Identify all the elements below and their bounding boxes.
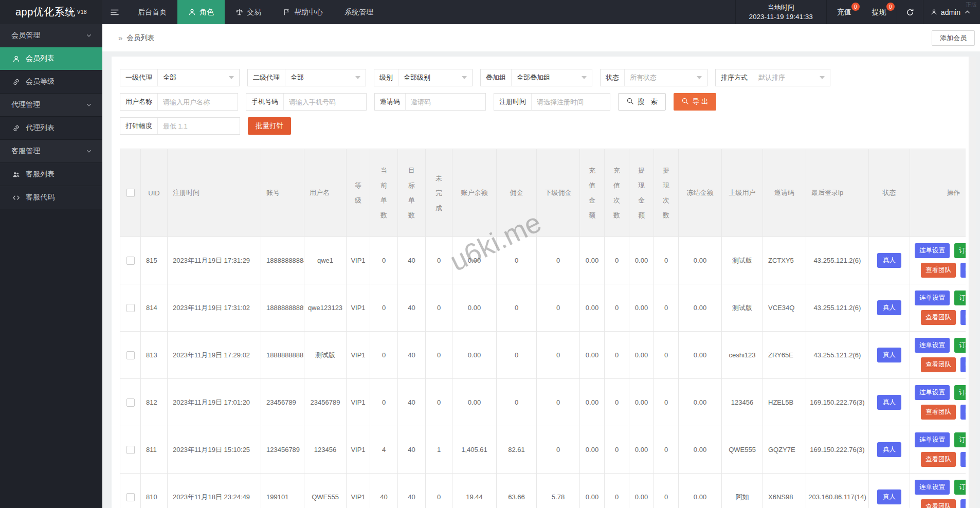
filter-select-value[interactable]: 全部 xyxy=(285,69,366,86)
sidebar-item-service-list[interactable]: 客服列表 xyxy=(0,163,102,186)
inject-range-input[interactable] xyxy=(158,118,240,134)
chain-order-settings-button[interactable]: 连单设置 xyxy=(915,385,950,400)
actions-cell: 连单设置订单记录查看团队账变记录 xyxy=(910,379,966,426)
nav-item-trade[interactable]: 交易 xyxy=(225,0,272,24)
row-checkbox[interactable] xyxy=(126,446,135,454)
status-badge[interactable]: 真人 xyxy=(877,442,901,457)
select-all-checkbox[interactable] xyxy=(126,189,135,197)
view-team-button[interactable]: 查看团队 xyxy=(921,357,956,372)
status-badge[interactable]: 真人 xyxy=(877,489,901,504)
filter-select-value[interactable]: 全部叠加组 xyxy=(512,69,592,86)
search-button[interactable]: 搜 索 xyxy=(618,93,666,111)
view-team-button[interactable]: 查看团队 xyxy=(921,263,956,278)
chain-order-settings-button[interactable]: 连单设置 xyxy=(915,291,950,305)
target_orders-cell: 40 xyxy=(398,379,426,426)
chain-order-settings-button[interactable]: 连单设置 xyxy=(915,243,950,258)
status-badge[interactable]: 真人 xyxy=(877,253,901,268)
row-select-cell xyxy=(120,474,141,508)
nav-item-label: 角色 xyxy=(199,8,214,17)
row-checkbox[interactable] xyxy=(126,304,135,312)
column-header: 账户余额 xyxy=(452,149,497,237)
member-row: 8132023年11月19日 17:29:0218888888881测试版VIP… xyxy=(120,332,966,379)
filter-select-value[interactable]: 全部 xyxy=(158,69,239,86)
sidebar-item-member-manage[interactable]: 会员管理 xyxy=(0,24,102,47)
batch-inject-button[interactable]: 批量打针 xyxy=(248,117,291,135)
nav-item-system[interactable]: 系统管理 xyxy=(334,0,384,24)
withdraw_count-cell: 0 xyxy=(654,332,679,379)
view-team-button[interactable]: 查看团队 xyxy=(921,310,956,325)
status-cell: 真人 xyxy=(869,474,910,508)
row-select-cell xyxy=(120,426,141,474)
sidebar-item-member-list[interactable]: 会员列表 xyxy=(0,47,102,70)
account-change-records-button[interactable]: 账变记录 xyxy=(960,310,966,325)
order-records-button[interactable]: 订单记录 xyxy=(954,291,966,305)
filter-select-value[interactable]: 默认排序 xyxy=(753,69,830,86)
recharge-button[interactable]: 充值 0 xyxy=(827,0,862,24)
filter-select-value[interactable]: 全部级别 xyxy=(398,69,472,86)
filter-select-level2-agent[interactable]: 二级代理全部 xyxy=(247,69,366,86)
filter-select-value[interactable]: 所有状态 xyxy=(625,69,707,86)
sidebar-item-agent-manage[interactable]: 代理管理 xyxy=(0,94,102,117)
filter-label: 手机号码 xyxy=(246,94,284,110)
chain-order-settings-button[interactable]: 连单设置 xyxy=(915,338,950,353)
filter-select-level[interactable]: 级别全部级别 xyxy=(374,69,473,86)
view-team-button[interactable]: 查看团队 xyxy=(921,405,956,420)
filter-select-status[interactable]: 状态所有状态 xyxy=(600,69,707,86)
add-member-button[interactable]: 添加会员 xyxy=(932,30,975,46)
order-records-button[interactable]: 订单记录 xyxy=(954,243,966,258)
nav-item-help[interactable]: 帮助中心 xyxy=(272,0,334,24)
sidebar-item-member-level[interactable]: 会员等级 xyxy=(0,70,102,94)
inject-range-label: 打针幅度 xyxy=(120,118,158,134)
view-team-button[interactable]: 查看团队 xyxy=(921,499,956,508)
refresh-icon[interactable] xyxy=(897,0,923,24)
last_login_ip-cell: 43.255.121.2(6) xyxy=(806,284,869,332)
account-change-records-button[interactable]: 账变记录 xyxy=(960,263,966,278)
phone-input[interactable] xyxy=(284,94,366,110)
export-button[interactable]: 导 出 xyxy=(674,93,716,111)
recharge_amount-cell: 0.00 xyxy=(580,332,605,379)
order-records-button[interactable]: 订单记录 xyxy=(954,432,966,447)
sub_commission-cell: 5.78 xyxy=(537,474,580,508)
filter-select-sort[interactable]: 排序方式默认排序 xyxy=(715,69,830,86)
order-records-button[interactable]: 订单记录 xyxy=(954,480,966,495)
order-records-button[interactable]: 订单记录 xyxy=(954,385,966,400)
view-team-button[interactable]: 查看团队 xyxy=(921,452,956,467)
sidebar-item-service-manage[interactable]: 客服管理 xyxy=(0,140,102,163)
invite_code-cell: GQZY7E xyxy=(763,426,806,474)
account-change-records-button[interactable]: 账变记录 xyxy=(960,499,966,508)
caret-down-icon xyxy=(697,76,702,79)
row-checkbox[interactable] xyxy=(126,257,135,265)
filter-select-level1-agent[interactable]: 一级代理全部 xyxy=(120,69,240,86)
status-badge[interactable]: 真人 xyxy=(877,300,901,315)
invite-code-input[interactable] xyxy=(406,94,485,110)
account-change-records-button[interactable]: 账变记录 xyxy=(960,357,966,372)
column-header: 状态 xyxy=(869,149,910,237)
current_orders-cell: 0 xyxy=(370,332,398,379)
code-icon xyxy=(12,194,20,202)
current_orders-cell: 40 xyxy=(370,474,398,508)
row-checkbox[interactable] xyxy=(126,493,135,501)
nav-item-home[interactable]: 后台首页 xyxy=(127,0,177,24)
caret-down-icon xyxy=(355,76,360,79)
chain-order-settings-button[interactable]: 连单设置 xyxy=(915,432,950,447)
parent_user-cell: 测试版 xyxy=(722,284,763,332)
panel-scrollbar[interactable] xyxy=(969,57,976,508)
account-change-records-button[interactable]: 账变记录 xyxy=(960,452,966,467)
level-cell: VIP1 xyxy=(347,474,370,508)
account-change-records-button[interactable]: 账变记录 xyxy=(960,405,966,420)
balance-cell: 0.00 xyxy=(452,237,497,284)
row-checkbox[interactable] xyxy=(126,398,135,407)
row-checkbox[interactable] xyxy=(126,351,135,359)
status-badge[interactable]: 真人 xyxy=(877,395,901,410)
sidebar-item-agent-list[interactable]: 代理列表 xyxy=(0,117,102,140)
status-badge[interactable]: 真人 xyxy=(877,348,901,362)
chain-order-settings-button[interactable]: 连单设置 xyxy=(915,480,950,495)
username-input[interactable] xyxy=(158,94,238,110)
nav-item-role[interactable]: 角色 xyxy=(177,0,225,24)
reg-time-input[interactable] xyxy=(532,94,610,110)
menu-collapse-icon[interactable] xyxy=(102,0,127,24)
order-records-button[interactable]: 订单记录 xyxy=(954,338,966,353)
withdraw-button[interactable]: 提现 0 xyxy=(862,0,897,24)
sidebar-item-service-code[interactable]: 客服代码 xyxy=(0,186,102,209)
filter-select-stack-group[interactable]: 叠加组全部叠加组 xyxy=(480,69,592,86)
